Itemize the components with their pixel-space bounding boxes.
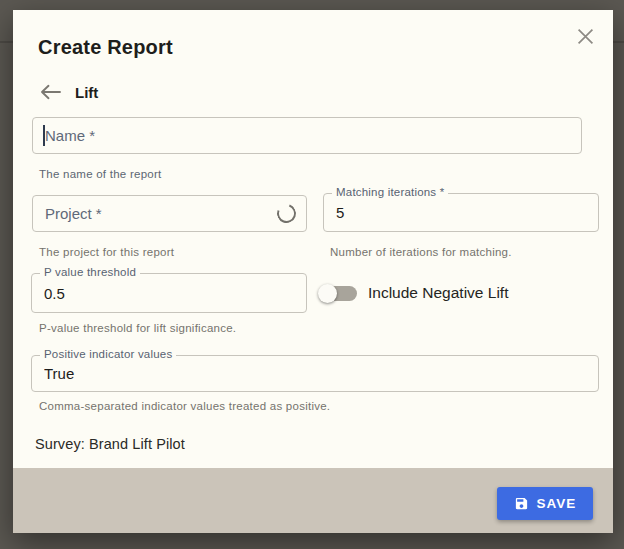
- save-button[interactable]: SAVE: [497, 487, 593, 520]
- positive-indicator-helper-text: Comma-separated indicator values treated…: [39, 400, 330, 412]
- close-icon: [577, 28, 594, 45]
- name-helper-text: The name of the report: [39, 168, 161, 180]
- save-floppy-icon: [514, 496, 529, 511]
- include-negative-lift-label: Include Negative Lift: [368, 284, 508, 302]
- project-select-input[interactable]: [32, 195, 307, 232]
- report-type-label: Lift: [75, 84, 98, 101]
- save-button-label: SAVE: [537, 496, 577, 511]
- back-button[interactable]: [38, 82, 62, 102]
- positive-indicator-label: Positive indicator values: [40, 347, 176, 361]
- matching-iterations-label: Matching iterations *: [332, 185, 448, 199]
- arrow-left-icon: [39, 84, 61, 100]
- matching-iterations-helper-text: Number of iterations for matching.: [330, 246, 512, 258]
- p-value-input[interactable]: [31, 273, 307, 313]
- project-helper-text: The project for this report: [39, 246, 174, 258]
- create-report-dialog: Create Report Lift The name of the repor…: [13, 10, 613, 533]
- name-input[interactable]: [32, 117, 582, 154]
- name-field-wrapper: [32, 117, 582, 154]
- project-field-wrapper: [32, 195, 307, 232]
- p-value-helper-text: P-value threshold for lift significance.: [39, 322, 236, 334]
- p-value-field-wrapper: P value threshold: [31, 273, 307, 313]
- p-value-label: P value threshold: [40, 265, 140, 279]
- close-button[interactable]: [575, 26, 595, 46]
- survey-note: Survey: Brand Lift Pilot: [35, 436, 185, 452]
- text-caret: [43, 125, 45, 146]
- positive-indicator-field-wrapper: Positive indicator values: [31, 355, 599, 392]
- matching-iterations-field-wrapper: Matching iterations *: [323, 193, 599, 232]
- dialog-footer: SAVE: [13, 468, 613, 533]
- toggle-thumb: [318, 284, 337, 303]
- dialog-title: Create Report: [38, 36, 173, 59]
- include-negative-lift-toggle[interactable]: [318, 283, 358, 303]
